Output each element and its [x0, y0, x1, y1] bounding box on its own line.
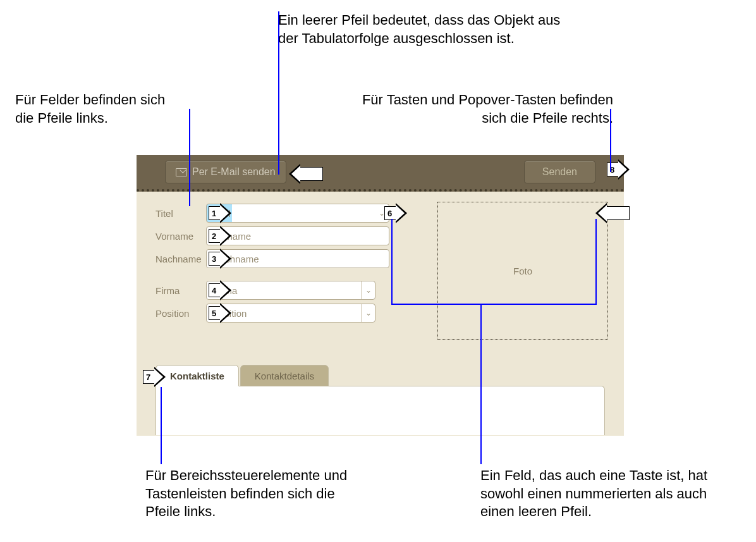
- tab-bar: Kontaktliste Kontaktdetails: [155, 365, 605, 386]
- label-lastname: Nachname: [155, 254, 206, 264]
- callout-line: [161, 387, 162, 464]
- input-lastname[interactable]: Nachname: [206, 249, 389, 268]
- send-button[interactable]: Senden: [524, 161, 595, 183]
- callout-line: [189, 109, 190, 206]
- tab-arrow-2: 2: [209, 226, 231, 246]
- tab-arrow-empty-photo: [595, 203, 630, 223]
- annotation-top-center: Ein leerer Pfeil bedeutet, dass das Obje…: [278, 11, 582, 47]
- annotation-left-fields: Für Felder befinden sich die Pfeile link…: [15, 91, 180, 127]
- annotation-bottom-right: Ein Feld, das auch eine Taste ist, hat s…: [480, 467, 733, 521]
- tab-arrow-1: 1: [209, 203, 231, 223]
- tab-contact-list[interactable]: Kontaktliste: [155, 365, 239, 386]
- callout-line: [391, 304, 597, 305]
- input-company[interactable]: Firma ⌄: [206, 281, 375, 300]
- callout-line: [278, 11, 279, 175]
- callout-line: [610, 109, 611, 172]
- photo-container[interactable]: Foto: [437, 202, 608, 340]
- tab-arrow-empty-email: [289, 164, 323, 184]
- input-position[interactable]: Position ⌄: [206, 304, 375, 323]
- photo-label: Foto: [513, 266, 532, 276]
- tab-arrow-3: 3: [209, 249, 231, 269]
- input-title[interactable]: Titel ⌄: [206, 204, 389, 223]
- send-email-button[interactable]: Per E-Mail senden: [165, 161, 286, 183]
- callout-line: [391, 219, 393, 304]
- tab-arrow-7: 7: [143, 367, 166, 387]
- tabs-container: Kontaktliste Kontaktdetails: [155, 365, 605, 436]
- label-title: Titel: [155, 208, 206, 219]
- chevron-down-icon[interactable]: ⌄: [361, 281, 375, 299]
- chevron-down-icon[interactable]: ⌄: [361, 304, 375, 322]
- tab-arrow-6: 6: [384, 203, 407, 223]
- tab-contact-details[interactable]: Kontaktdetails: [240, 365, 329, 386]
- tab-panel: [155, 386, 605, 435]
- input-firstname[interactable]: Vorname: [206, 226, 389, 245]
- toolbar: Per E-Mail senden Senden: [137, 155, 624, 192]
- label-firstname: Vorname: [155, 231, 206, 242]
- tab-arrow-5: 5: [209, 303, 231, 323]
- label-position: Position: [155, 308, 206, 319]
- tab-arrow-4: 4: [209, 280, 231, 300]
- envelope-icon: [176, 168, 187, 176]
- annotation-right-buttons: Für Tasten und Popover-Tasten befinden s…: [348, 91, 613, 127]
- annotation-bottom-left: Für Bereichssteuerelemente und Tastenlei…: [145, 467, 360, 521]
- label-company: Firma: [155, 285, 206, 296]
- callout-line: [480, 304, 482, 464]
- send-button-label: Senden: [542, 166, 577, 178]
- callout-line: [595, 219, 597, 304]
- send-email-button-label: Per E-Mail senden: [192, 166, 276, 178]
